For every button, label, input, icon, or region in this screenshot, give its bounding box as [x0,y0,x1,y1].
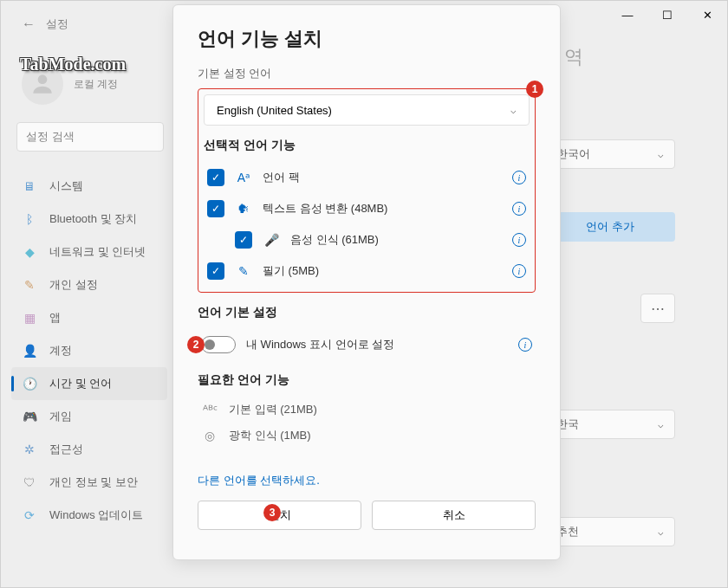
feature-label: 텍스트 음성 변환 (48MB) [263,201,502,216]
required-features-heading: 필요한 언어 기능 [198,372,536,388]
feature-row-0: ✓Aᵃ언어 팩i [204,162,530,193]
modal-title: 언어 기능 설치 [198,26,536,52]
info-icon[interactable]: i [518,338,532,352]
language-prefs-heading: 언어 기본 설정 [198,305,536,320]
badge-3: 3 [263,504,281,521]
required-icon: ◎ [201,429,218,443]
cancel-button[interactable]: 취소 [372,501,536,530]
default-language-label: 기본 설정 언어 [198,66,536,81]
feature-label: 음성 인식 (61MB) [290,232,502,248]
feature-checkbox[interactable]: ✓ [207,262,224,280]
feature-label: 언어 팩 [263,170,502,185]
required-row-0: ᴬᴮᶜ기본 입력 (21MB) [198,397,536,423]
info-icon[interactable]: i [512,171,526,184]
required-icon: ᴬᴮᶜ [201,403,218,417]
feature-checkbox[interactable]: ✓ [207,200,224,217]
optional-features-heading: 선택적 언어 기능 [204,138,530,153]
minimize-button[interactable]: — [608,1,647,29]
watermark-text: TabMode.com [20,55,126,74]
feature-checkbox[interactable]: ✓ [207,169,224,186]
feature-row-2: ✓🎤음성 인식 (61MB)i [204,224,530,255]
required-label: 광학 인식 (1MB) [229,428,532,443]
close-button[interactable]: ✕ [687,1,727,29]
display-language-toggle[interactable] [201,336,236,353]
required-label: 기본 입력 (21MB) [229,402,532,417]
feature-icon: 🎤 [263,233,280,247]
chevron-down-icon: ⌵ [510,105,517,116]
badge-2: 2 [187,336,205,353]
info-icon[interactable]: i [512,233,526,247]
cancel-button-label: 취소 [443,507,465,523]
highlight-region-1: 1 English (United States) ⌵ 선택적 언어 기능 ✓A… [198,88,536,293]
feature-row-3: ✓✎필기 (5MB)i [204,255,530,287]
feature-label: 필기 (5MB) [263,263,502,279]
selected-language-value: English (United States) [217,104,332,117]
feature-icon: Aᵃ [235,171,252,184]
info-icon[interactable]: i [512,202,526,216]
maximize-button[interactable]: ☐ [647,1,687,29]
install-language-modal: 언어 기능 설치 기본 설정 언어 1 English (United Stat… [172,4,561,560]
badge-1: 1 [526,81,543,98]
language-select-dropdown[interactable]: English (United States) ⌵ [204,94,530,126]
feature-checkbox[interactable]: ✓ [235,231,252,249]
feature-icon: 🗣 [235,202,252,216]
install-button[interactable]: 3 설치 [198,501,361,530]
required-row-1: ◎광학 인식 (1MB) [198,423,536,449]
feature-row-1: ✓🗣텍스트 음성 변환 (48MB)i [204,193,530,224]
feature-icon: ✎ [235,264,252,278]
info-icon[interactable]: i [512,264,526,278]
display-language-label: 내 Windows 표시 언어로 설정 [246,337,508,352]
select-other-language-link[interactable]: 다른 언어를 선택하세요. [198,473,536,488]
